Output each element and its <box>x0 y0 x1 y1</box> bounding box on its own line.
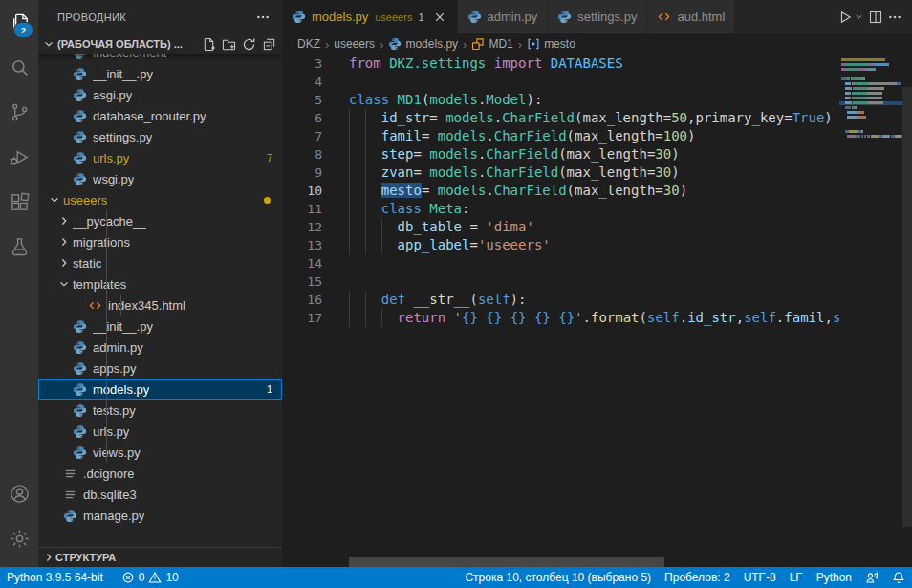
breadcrumb-item-mesto[interactable]: mesto <box>527 37 575 51</box>
tree-item-__pycache__[interactable]: __pycache__ <box>38 210 282 231</box>
line-number: 4 <box>282 73 322 91</box>
tree-item-db.sqlite3[interactable]: db.sqlite3 <box>38 484 282 505</box>
code-line-6[interactable]: 6 id_str= models.CharField(max_length=50… <box>282 109 912 127</box>
testing-icon <box>9 236 31 258</box>
code-editor[interactable]: 3 from DKZ.settings import DATABASES 4 5… <box>282 54 912 567</box>
horizontal-scrollbar[interactable] <box>349 557 664 567</box>
new-file-icon[interactable] <box>202 37 216 52</box>
tab-aud.html[interactable]: aud.html <box>647 0 735 33</box>
code-line-7[interactable]: 7 famil= models.CharField(max_length=100… <box>282 127 912 145</box>
workspace-section-header[interactable]: (РАБОЧАЯ ОБЛАСТЬ) ... <box>38 33 282 54</box>
python-icon <box>73 172 87 186</box>
tab-admin.py[interactable]: admin.py <box>458 0 549 33</box>
tab-bar: models.py useeers 1 admin.py settings.py… <box>282 0 912 33</box>
tab-models.py[interactable]: models.py useeers 1 <box>282 0 458 33</box>
tree-item-indexelement[interactable]: indexelement <box>38 54 282 63</box>
code-line-4[interactable]: 4 <box>282 73 912 91</box>
tree-item-useeers[interactable]: useeers <box>38 189 282 210</box>
minimap[interactable] <box>839 54 902 567</box>
activity-bar-item-accounts[interactable] <box>0 471 38 516</box>
close-icon[interactable] <box>432 10 447 25</box>
code-line-16[interactable]: 16 def __str__(self): <box>282 291 912 309</box>
collapse-all-icon[interactable] <box>262 37 276 52</box>
tab-label: admin.py <box>488 10 538 24</box>
breadcrumb-item-useeers[interactable]: useeers <box>334 37 375 51</box>
code-line-13[interactable]: 13 app_label='useeers' <box>282 236 912 254</box>
new-folder-icon[interactable] <box>222 37 236 52</box>
code-line-15[interactable]: 15 <box>282 272 912 291</box>
code-line-10[interactable]: 10 mesto= models.CharField(max_length=30… <box>282 182 912 200</box>
status-cursor-position[interactable]: Строка 10, столбец 10 (выбрано 5) <box>458 567 658 588</box>
tree-indent-guide <box>98 63 98 244</box>
status-indentation[interactable]: Пробелов: 2 <box>658 567 737 588</box>
code-line-9[interactable]: 9 zvan= models.CharField(max_length=30) <box>282 163 912 182</box>
code-line-14[interactable]: 14 <box>282 254 912 272</box>
activity-bar-item-source-control[interactable] <box>0 90 38 135</box>
more-actions-icon[interactable] <box>887 10 902 25</box>
tree-item-urls.py[interactable]: urls.py7 <box>38 147 282 168</box>
tree-item-urls.py[interactable]: urls.py <box>38 421 282 442</box>
status-python-interpreter[interactable]: Python 3.9.5 64-bit <box>0 571 110 584</box>
outline-section-header[interactable]: СТРУКТУРА <box>38 547 282 567</box>
symbol-class-icon <box>471 37 485 51</box>
python-icon <box>557 10 572 24</box>
refresh-icon[interactable] <box>242 37 256 52</box>
tree-item-admin.py[interactable]: admin.py <box>38 337 282 358</box>
tree-item-migrations[interactable]: migrations <box>38 231 282 252</box>
tree-item-tests.py[interactable]: tests.py <box>38 400 282 421</box>
status-notifications[interactable] <box>885 567 912 588</box>
tree-item-database_roouter.py[interactable]: database_roouter.py <box>38 105 282 126</box>
line-number: 8 <box>282 145 322 163</box>
breadcrumb: DKZ › useeers › models.py › MD1 › mesto <box>282 33 912 54</box>
explorer-more-actions-icon[interactable] <box>255 10 271 25</box>
activity-bar-item-testing[interactable] <box>0 225 38 270</box>
status-language-mode[interactable]: Python <box>810 567 858 588</box>
status-feedback[interactable] <box>858 567 885 588</box>
python-icon <box>73 54 87 60</box>
breadcrumb-separator: › <box>518 37 522 52</box>
tree-item-manage.py[interactable]: manage.py <box>38 505 282 526</box>
code-line-3[interactable]: 3 from DKZ.settings import DATABASES <box>282 54 912 73</box>
tree-item-views.py[interactable]: views.py <box>38 442 282 463</box>
tree-item-settings.py[interactable]: settings.py <box>38 126 282 147</box>
code-line-17[interactable]: 17 return '{} {} {} {} {}'.format(self.i… <box>282 309 912 327</box>
activity-bar-item-explorer[interactable]: 2 <box>0 0 38 45</box>
code-line-11[interactable]: 11 class Meta: <box>282 200 912 218</box>
tree-item-wsgi.py[interactable]: wsgi.py <box>38 168 282 189</box>
run-icon[interactable] <box>837 10 853 25</box>
code-line-8[interactable]: 8 step= models.CharField(max_length=30) <box>282 145 912 163</box>
code-line-12[interactable]: 12 db_table = 'dima' <box>282 218 912 236</box>
vertical-scrollbar-slider[interactable] <box>902 87 912 527</box>
activity-bar-item-search[interactable] <box>0 45 38 90</box>
tree-item-apps.py[interactable]: apps.py <box>38 358 282 379</box>
tree-item-__init__.py[interactable]: __init__.py <box>38 63 282 84</box>
status-problems[interactable]: 010 <box>115 571 185 584</box>
tree-item-static[interactable]: static <box>38 252 282 273</box>
split-editor-icon[interactable] <box>868 10 883 25</box>
activity-bar-item-extensions[interactable] <box>0 180 38 225</box>
status-eol[interactable]: LF <box>783 567 810 588</box>
file-icon <box>63 467 77 481</box>
activity-bar-item-settings[interactable] <box>0 516 38 561</box>
tree-item-templates[interactable]: templates <box>38 273 282 294</box>
line-number: 16 <box>282 291 322 309</box>
run-dropdown-icon[interactable] <box>854 11 864 22</box>
tree-item-index345.html[interactable]: index345.html <box>38 294 282 316</box>
tree-item-models.py[interactable]: models.py1 <box>38 379 282 400</box>
breadcrumb-item-models.py[interactable]: models.py <box>388 37 458 51</box>
activity-bar-item-run-debug[interactable] <box>0 135 38 180</box>
tree-item-__init__.py[interactable]: __init__.py <box>38 316 282 337</box>
breadcrumb-item-MD1[interactable]: MD1 <box>471 37 512 51</box>
status-encoding[interactable]: UTF-8 <box>737 567 783 588</box>
tab-settings.py[interactable]: settings.py <box>548 0 647 33</box>
line-number: 6 <box>282 109 322 127</box>
breadcrumb-item-DKZ[interactable]: DKZ <box>297 37 320 51</box>
tree-item-.dcignore[interactable]: .dcignore <box>38 463 282 484</box>
search-icon <box>9 56 31 78</box>
line-number: 14 <box>282 254 322 272</box>
file-icon <box>63 488 77 502</box>
tree-item-asgi.py[interactable]: asgi.py <box>38 84 282 105</box>
line-number: 3 <box>282 54 322 73</box>
code-line-5[interactable]: 5 class MD1(models.Model): <box>282 91 912 109</box>
vertical-scrollbar[interactable] <box>902 54 912 567</box>
